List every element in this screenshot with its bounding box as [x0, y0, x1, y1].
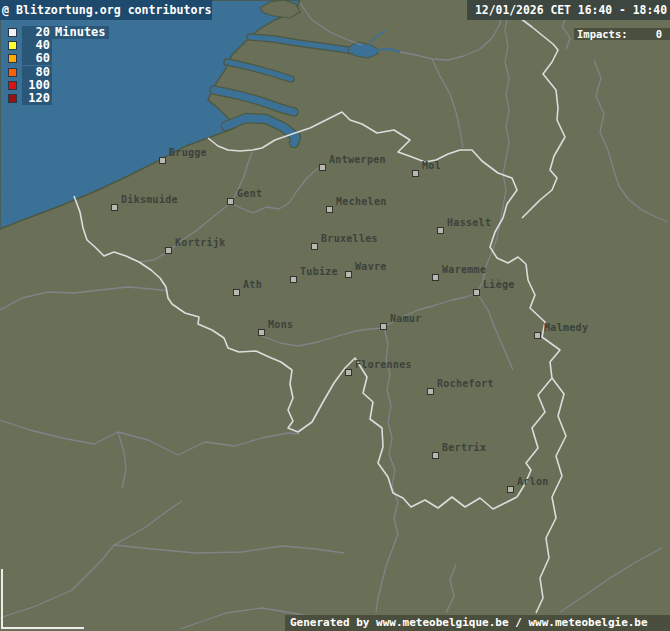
legend-color-swatch [8, 94, 17, 103]
city-marker [380, 323, 387, 330]
city-marker [258, 329, 265, 336]
city-label: Bruxelles [321, 233, 378, 244]
city-label: Diksmuide [121, 194, 178, 205]
legend-row: 20Minutes [4, 26, 109, 39]
city-marker [165, 247, 172, 254]
legend-label: 120 [22, 92, 52, 105]
legend-row: 100 [4, 79, 109, 92]
city-label: Wavre [355, 261, 387, 272]
city-marker [427, 388, 434, 395]
scale-bar [2, 569, 84, 628]
lightning-map-screen: BruggeAntwerpenMolGentMechelenDiksmuideH… [0, 0, 670, 631]
legend-color-swatch [8, 41, 17, 50]
city-marker [534, 332, 541, 339]
legend-label: 40 [22, 39, 52, 52]
city-label: Hasselt [447, 217, 491, 228]
city-label: Kortrijk [175, 237, 226, 248]
city-marker [311, 243, 318, 250]
city-marker [412, 170, 419, 177]
city-marker [432, 452, 439, 459]
legend-label: 20Minutes [22, 26, 109, 39]
legend-label: 100 [22, 79, 52, 92]
city-label: Mons [268, 319, 293, 330]
datetime-bar: 12/01/2026 CET 16:40 - 18:40 [467, 0, 670, 20]
city-marker [319, 164, 326, 171]
city-label: Waremme [442, 264, 486, 275]
city-marker [432, 274, 439, 281]
legend-label: 80 [22, 66, 52, 79]
city-label: Namur [390, 313, 422, 324]
city-label: Malmedy [544, 322, 588, 333]
city-marker [227, 198, 234, 205]
impacts-label: Impacts: [577, 28, 628, 40]
scheldt-delta-channels [214, 31, 400, 143]
city-marker [290, 276, 297, 283]
legend-row: 80 [4, 66, 109, 79]
legend-color-swatch [8, 28, 17, 37]
generated-by-text: Generated by www.meteobelgique.be / www.… [290, 616, 648, 629]
city-label: Rochefort [437, 378, 494, 389]
legend-row: 120 [4, 92, 109, 105]
city-marker [507, 486, 514, 493]
city-marker [345, 369, 352, 376]
city-label: Florennes [355, 359, 412, 370]
city-marker [233, 289, 240, 296]
legend-color-swatch [8, 54, 17, 63]
city-label: Arlon [517, 476, 549, 487]
city-marker [111, 204, 118, 211]
attribution-text: @ Blitzortung.org contributors [2, 3, 211, 17]
legend-label: 60 [22, 52, 52, 65]
age-legend: 20Minutes406080100120 [4, 26, 109, 105]
legend-row: 60 [4, 52, 109, 65]
city-label: Gent [237, 188, 262, 199]
city-label: Brugge [169, 147, 207, 158]
city-label: Mol [422, 160, 441, 171]
city-marker [473, 289, 480, 296]
city-marker [437, 227, 444, 234]
datetime-text: 12/01/2026 CET 16:40 - 18:40 [475, 3, 667, 17]
generated-by-bar: Generated by www.meteobelgique.be / www.… [285, 615, 670, 631]
city-marker [159, 157, 166, 164]
city-marker [326, 206, 333, 213]
city-label: Bertrix [442, 442, 486, 453]
impacts-counter: Impacts: 0 [574, 28, 670, 40]
attribution-bar: @ Blitzortung.org contributors [0, 0, 212, 20]
city-label: Liège [483, 279, 515, 290]
legend-color-swatch [8, 68, 17, 77]
city-label: Tubize [300, 266, 338, 277]
city-label: Mechelen [336, 196, 387, 207]
city-marker [345, 271, 352, 278]
legend-row: 40 [4, 39, 109, 52]
impacts-value: 0 [656, 28, 662, 40]
legend-color-swatch [8, 81, 17, 90]
city-label: Antwerpen [329, 154, 386, 165]
city-label: Ath [243, 279, 262, 290]
